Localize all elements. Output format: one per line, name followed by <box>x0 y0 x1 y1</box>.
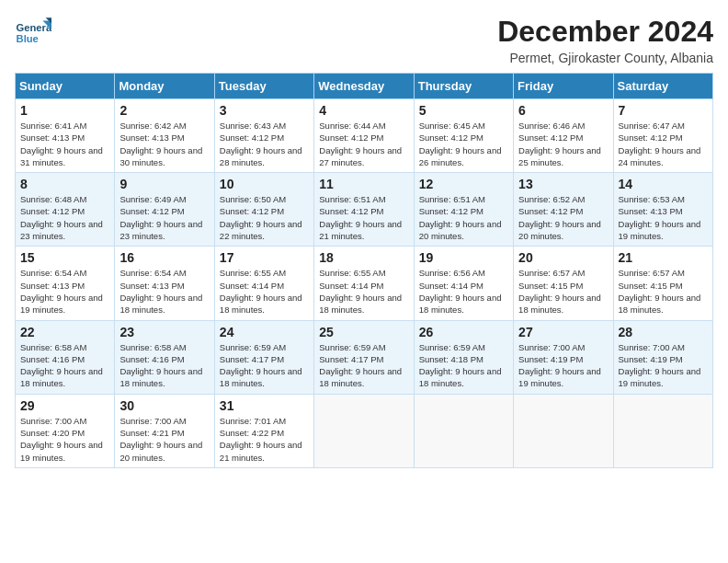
day-info: Sunrise: 6:58 AMSunset: 4:16 PMDaylight:… <box>20 342 103 389</box>
col-sunday: Sunday <box>16 74 115 99</box>
col-tuesday: Tuesday <box>214 74 313 99</box>
empty-cell <box>613 394 712 467</box>
day-info: Sunrise: 7:01 AMSunset: 4:22 PMDaylight:… <box>220 416 302 463</box>
day-info: Sunrise: 6:49 AMSunset: 4:12 PMDaylight:… <box>119 194 202 241</box>
day-info: Sunrise: 7:00 AMSunset: 4:21 PMDaylight:… <box>119 416 202 463</box>
day-cell-7: 7 Sunrise: 6:47 AMSunset: 4:12 PMDayligh… <box>613 99 712 173</box>
day-info: Sunrise: 6:50 AMSunset: 4:12 PMDaylight:… <box>220 194 302 241</box>
svg-text:Blue: Blue <box>17 33 39 44</box>
day-number: 31 <box>220 398 309 413</box>
day-cell-17: 17 Sunrise: 6:55 AMSunset: 4:14 PMDaylig… <box>214 247 313 320</box>
day-cell-2: 2 Sunrise: 6:42 AMSunset: 4:13 PMDayligh… <box>115 99 214 173</box>
day-info: Sunrise: 6:59 AMSunset: 4:18 PMDaylight:… <box>419 342 502 389</box>
day-info: Sunrise: 6:52 AMSunset: 4:12 PMDaylight:… <box>518 194 601 241</box>
empty-cell <box>314 394 414 467</box>
day-cell-21: 21 Sunrise: 6:57 AMSunset: 4:15 PMDaylig… <box>613 247 712 320</box>
day-number: 25 <box>319 325 408 339</box>
day-info: Sunrise: 6:54 AMSunset: 4:13 PMDaylight:… <box>20 268 103 315</box>
title-block: December 2024 Permet, Gjirokaster County… <box>497 15 713 65</box>
day-cell-16: 16 Sunrise: 6:54 AMSunset: 4:13 PMDaylig… <box>115 247 214 320</box>
logo-icon: General Blue <box>15 15 51 52</box>
day-cell-11: 11 Sunrise: 6:51 AMSunset: 4:12 PMDaylig… <box>314 173 414 247</box>
col-friday: Friday <box>514 74 613 99</box>
day-number: 22 <box>20 325 109 339</box>
day-number: 13 <box>518 177 608 191</box>
day-info: Sunrise: 7:00 AMSunset: 4:19 PMDaylight:… <box>518 342 601 389</box>
day-info: Sunrise: 6:59 AMSunset: 4:17 PMDaylight:… <box>220 342 302 389</box>
day-cell-23: 23 Sunrise: 6:58 AMSunset: 4:16 PMDaylig… <box>115 320 214 394</box>
day-number: 28 <box>619 325 708 339</box>
day-cell-25: 25 Sunrise: 6:59 AMSunset: 4:17 PMDaylig… <box>314 320 414 394</box>
day-info: Sunrise: 6:47 AMSunset: 4:12 PMDaylight:… <box>619 121 701 167</box>
calendar-table: Sunday Monday Tuesday Wednesday Thursday… <box>15 73 713 468</box>
day-info: Sunrise: 6:41 AMSunset: 4:13 PMDaylight:… <box>20 121 103 167</box>
page-header: General Blue December 2024 Permet, Gjiro… <box>15 15 713 65</box>
day-number: 30 <box>119 398 209 413</box>
day-info: Sunrise: 6:42 AMSunset: 4:13 PMDaylight:… <box>119 121 202 167</box>
logo: General Blue <box>15 15 55 52</box>
day-number: 17 <box>220 250 309 265</box>
day-info: Sunrise: 6:57 AMSunset: 4:15 PMDaylight:… <box>518 268 601 315</box>
day-number: 19 <box>419 250 508 265</box>
day-number: 9 <box>119 177 209 191</box>
day-info: Sunrise: 6:56 AMSunset: 4:14 PMDaylight:… <box>419 268 502 315</box>
day-info: Sunrise: 6:53 AMSunset: 4:13 PMDaylight:… <box>619 194 701 241</box>
day-info: Sunrise: 6:44 AMSunset: 4:12 PMDaylight:… <box>319 121 402 167</box>
location-subtitle: Permet, Gjirokaster County, Albania <box>497 51 713 65</box>
day-cell-30: 30 Sunrise: 7:00 AMSunset: 4:21 PMDaylig… <box>115 394 214 467</box>
day-number: 27 <box>518 325 608 339</box>
day-cell-15: 15 Sunrise: 6:54 AMSunset: 4:13 PMDaylig… <box>16 247 115 320</box>
day-number: 6 <box>518 103 608 118</box>
col-thursday: Thursday <box>414 74 513 99</box>
day-number: 3 <box>220 103 309 118</box>
day-number: 10 <box>220 177 309 191</box>
day-cell-18: 18 Sunrise: 6:55 AMSunset: 4:14 PMDaylig… <box>314 247 414 320</box>
day-number: 5 <box>419 103 508 118</box>
week-row-3: 15 Sunrise: 6:54 AMSunset: 4:13 PMDaylig… <box>16 247 713 320</box>
day-info: Sunrise: 6:55 AMSunset: 4:14 PMDaylight:… <box>220 268 302 315</box>
header-row: Sunday Monday Tuesday Wednesday Thursday… <box>16 74 713 99</box>
day-number: 20 <box>518 250 608 265</box>
day-number: 15 <box>20 250 109 265</box>
day-info: Sunrise: 6:51 AMSunset: 4:12 PMDaylight:… <box>419 194 502 241</box>
day-cell-5: 5 Sunrise: 6:45 AMSunset: 4:12 PMDayligh… <box>414 99 513 173</box>
col-wednesday: Wednesday <box>314 74 414 99</box>
day-cell-9: 9 Sunrise: 6:49 AMSunset: 4:12 PMDayligh… <box>115 173 214 247</box>
day-cell-28: 28 Sunrise: 7:00 AMSunset: 4:19 PMDaylig… <box>613 320 712 394</box>
day-cell-27: 27 Sunrise: 7:00 AMSunset: 4:19 PMDaylig… <box>514 320 613 394</box>
day-cell-13: 13 Sunrise: 6:52 AMSunset: 4:12 PMDaylig… <box>514 173 613 247</box>
day-number: 7 <box>619 103 708 118</box>
day-info: Sunrise: 6:45 AMSunset: 4:12 PMDaylight:… <box>419 121 502 167</box>
day-cell-10: 10 Sunrise: 6:50 AMSunset: 4:12 PMDaylig… <box>214 173 313 247</box>
day-number: 14 <box>619 177 708 191</box>
day-info: Sunrise: 6:51 AMSunset: 4:12 PMDaylight:… <box>319 194 402 241</box>
empty-cell <box>414 394 513 467</box>
day-cell-19: 19 Sunrise: 6:56 AMSunset: 4:14 PMDaylig… <box>414 247 513 320</box>
day-cell-3: 3 Sunrise: 6:43 AMSunset: 4:12 PMDayligh… <box>214 99 313 173</box>
week-row-4: 22 Sunrise: 6:58 AMSunset: 4:16 PMDaylig… <box>16 320 713 394</box>
day-cell-1: 1 Sunrise: 6:41 AMSunset: 4:13 PMDayligh… <box>16 99 115 173</box>
day-number: 26 <box>419 325 508 339</box>
day-number: 12 <box>419 177 508 191</box>
day-number: 18 <box>319 250 408 265</box>
day-number: 29 <box>20 398 109 413</box>
day-cell-6: 6 Sunrise: 6:46 AMSunset: 4:12 PMDayligh… <box>514 99 613 173</box>
day-number: 16 <box>119 250 209 265</box>
day-number: 23 <box>119 325 209 339</box>
day-number: 21 <box>619 250 708 265</box>
day-cell-24: 24 Sunrise: 6:59 AMSunset: 4:17 PMDaylig… <box>214 320 313 394</box>
day-info: Sunrise: 6:57 AMSunset: 4:15 PMDaylight:… <box>619 268 701 315</box>
month-title: December 2024 <box>497 15 713 49</box>
day-info: Sunrise: 6:54 AMSunset: 4:13 PMDaylight:… <box>119 268 202 315</box>
day-info: Sunrise: 7:00 AMSunset: 4:19 PMDaylight:… <box>619 342 701 389</box>
day-number: 24 <box>220 325 309 339</box>
day-info: Sunrise: 6:46 AMSunset: 4:12 PMDaylight:… <box>518 121 601 167</box>
day-info: Sunrise: 6:48 AMSunset: 4:12 PMDaylight:… <box>20 194 103 241</box>
day-number: 4 <box>319 103 408 118</box>
day-cell-26: 26 Sunrise: 6:59 AMSunset: 4:18 PMDaylig… <box>414 320 513 394</box>
day-cell-22: 22 Sunrise: 6:58 AMSunset: 4:16 PMDaylig… <box>16 320 115 394</box>
day-info: Sunrise: 6:58 AMSunset: 4:16 PMDaylight:… <box>119 342 202 389</box>
day-cell-4: 4 Sunrise: 6:44 AMSunset: 4:12 PMDayligh… <box>314 99 414 173</box>
day-cell-31: 31 Sunrise: 7:01 AMSunset: 4:22 PMDaylig… <box>214 394 313 467</box>
day-cell-20: 20 Sunrise: 6:57 AMSunset: 4:15 PMDaylig… <box>514 247 613 320</box>
